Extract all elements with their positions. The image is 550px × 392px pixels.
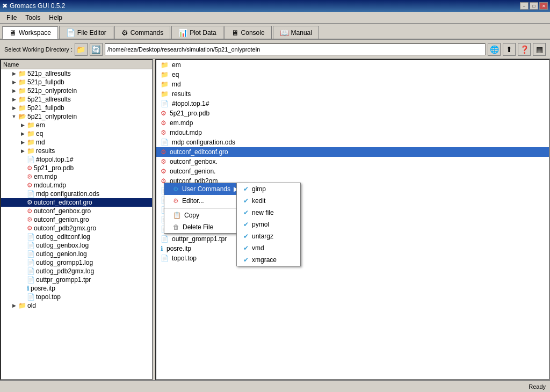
workspace-tab-icon: 🖥 — [9, 28, 17, 37]
file-label: outconf_genion. — [170, 168, 215, 175]
sub-item-new-file[interactable]: ✔ new file — [237, 207, 300, 219]
right-item-5p21-pro-pdb[interactable]: ⚙ 5p21_pro.pdb — [156, 108, 549, 118]
right-item-outconf-genion[interactable]: ⚙ outconf_genion. — [156, 166, 549, 176]
tree-label: 5p21_allresults — [27, 96, 71, 103]
gro-icon: ⚙ — [27, 207, 33, 215]
nav-back-button[interactable]: ❓ — [518, 43, 531, 56]
right-item-topol-1[interactable]: 📄 #topol.top.1# — [156, 99, 549, 108]
sub-label: kedit — [252, 197, 265, 205]
tab-plotdata[interactable]: 📊 Plot Data — [171, 26, 223, 39]
tree-item-mdout-mdp[interactable]: ⚙ mdout.mdp — [1, 181, 152, 190]
tree-item-outlog-genbox[interactable]: 📄 outlog_genbox.log — [1, 241, 152, 250]
minimize-button[interactable]: − — [520, 2, 529, 10]
tree-item-5p21-fullpdb[interactable]: ▶ 📁 5p21_fullpdb — [1, 104, 152, 112]
gro-icon: ⚙ — [27, 216, 33, 223]
tree-item-posre-itp[interactable]: ℹ posre.itp — [1, 284, 152, 293]
file-icon: 📄 — [27, 276, 35, 284]
tree-item-outconf-genion-gro[interactable]: ⚙ outconf_genion.gro — [1, 215, 152, 224]
sub-item-gimp[interactable]: ✔ gimp — [237, 183, 300, 195]
left-panel-header: Name — [1, 60, 152, 69]
folder-icon: 📁 — [27, 139, 35, 146]
gro-icon: ⚙ — [161, 129, 167, 136]
tree-item-521p-onlyprotein[interactable]: ▶ 📁 521p_onlyprotein — [1, 86, 152, 95]
sub-item-xmgrace[interactable]: ✔ xmgrace — [237, 254, 300, 266]
right-item-em-mdp[interactable]: ⚙ em.mdp — [156, 118, 549, 128]
right-item-outconf-genbox[interactable]: ⚙ outconf_genbox. — [156, 157, 549, 166]
gro-icon: ⚙ — [27, 224, 33, 232]
tree-item-outlog-grompp1[interactable]: 📄 outlog_grompp1.log — [1, 258, 152, 267]
ctx-user-commands[interactable]: ⚙ User Commands ▶ — [164, 183, 247, 195]
tree-item-results[interactable]: ▶ 📁 results — [1, 147, 152, 155]
tab-manual[interactable]: 📖 Manual — [273, 26, 319, 39]
tab-fileeditor[interactable]: 📄 File Editor — [59, 26, 113, 39]
file-icon: 📄 — [27, 267, 35, 275]
manual-tab-icon: 📖 — [280, 28, 289, 37]
tree-item-mdp-conf-ods[interactable]: 📄 mdp configuration.ods — [1, 190, 152, 198]
tree-item-5p21-pro-pdb[interactable]: ⚙ 5p21_pro.pdb — [1, 164, 152, 172]
right-item-mdout-mdp[interactable]: ⚙ mdout.mdp — [156, 128, 549, 137]
right-item-outtpr-grompp1[interactable]: 📄 outtpr_grompp1.tpr — [156, 234, 549, 244]
menu-file[interactable]: File — [2, 13, 21, 23]
tree-item-old[interactable]: ▶ 📁 old — [1, 301, 152, 310]
tree-item-topol-top-1[interactable]: 📄 #topol.top.1# — [1, 155, 152, 164]
right-item-outconf-editconf-gro[interactable]: ⚙ outconf_editconf.gro — [156, 147, 549, 157]
sub-item-pymol[interactable]: ✔ pymol — [237, 219, 300, 230]
tree-item-outconf-pdb2gmx-gro[interactable]: ⚙ outconf_pdb2gmx.gro — [1, 224, 152, 233]
tree-item-outlog-pdb2gmx[interactable]: 📄 outlog_pdb2gmx.log — [1, 267, 152, 275]
sub-item-vmd[interactable]: ✔ vmd — [237, 242, 300, 254]
ctx-editor[interactable]: ⚙ Editor... — [164, 195, 247, 207]
file-label: #topol.top.1# — [172, 100, 209, 107]
sub-label: xmgrace — [252, 256, 277, 264]
nav-settings-button[interactable]: ▦ — [533, 43, 546, 56]
ctx-delete-file[interactable]: 🗑 Delete File — [164, 221, 247, 233]
right-item-topol-top[interactable]: 📄 topol.top — [156, 253, 549, 263]
file-label: topol.top — [172, 255, 197, 262]
tree-item-em-mdp[interactable]: ⚙ em.mdp — [1, 172, 152, 181]
file-label: posre.itp — [167, 245, 191, 252]
tree-item-5p21-allresults[interactable]: ▶ 📁 5p21_allresults — [1, 95, 152, 104]
tree-item-outtpr-grompp1[interactable]: 📄 outtpr_grompp1.tpr — [1, 275, 152, 284]
tree-item-521p-fullpdb[interactable]: ▶ 📁 521p_fullpdb — [1, 78, 152, 86]
right-item-md[interactable]: 📁 md — [156, 79, 549, 89]
file-label: outtpr_grompp1.tpr — [172, 235, 227, 243]
tree-item-outlog-editconf[interactable]: 📄 outlog_editconf.log — [1, 233, 152, 241]
close-button[interactable]: ✕ — [539, 2, 548, 10]
gro-icon: ⚙ — [161, 158, 167, 165]
tree-item-outconf-genbox-gro[interactable]: ⚙ outconf_genbox.gro — [1, 207, 152, 215]
tree-item-em[interactable]: ▶ 📁 em — [1, 121, 152, 129]
folder-icon: 📁 — [27, 147, 35, 155]
browse-button[interactable]: 📁 — [75, 43, 88, 56]
file-label: results — [172, 90, 191, 98]
tab-workspace[interactable]: 🖥 Workspace — [2, 26, 58, 39]
tab-console[interactable]: 🖥 Console — [225, 26, 272, 39]
right-item-em[interactable]: 📁 em — [156, 60, 549, 70]
menu-tools[interactable]: Tools — [21, 13, 45, 23]
refresh-button[interactable]: 🔄 — [90, 43, 103, 56]
nav-up-button[interactable]: ⬆ — [503, 43, 516, 56]
right-item-mdp-conf-ods[interactable]: 📄 mdp configuration.ods — [156, 137, 549, 147]
right-item-posre-itp[interactable]: ℹ posre.itp — [156, 244, 549, 253]
tree-item-eq[interactable]: ▶ 📁 eq — [1, 129, 152, 138]
tree-item-521p-allresults[interactable]: ▶ 📁 521p_allresults — [1, 69, 152, 78]
sub-item-untargz[interactable]: ✔ untargz — [237, 230, 300, 242]
nav-home-button[interactable]: 🌐 — [488, 43, 501, 56]
tab-commands[interactable]: ⚙ Commands — [114, 26, 170, 39]
path-input[interactable] — [105, 43, 486, 55]
menu-help[interactable]: Help — [45, 13, 67, 23]
copy-icon: 📋 — [173, 212, 181, 219]
sub-item-kedit[interactable]: ✔ kedit — [237, 195, 300, 207]
ctx-copy[interactable]: 📋 Copy — [164, 209, 247, 221]
maximize-button[interactable]: □ — [530, 2, 538, 10]
context-menu: ⚙ User Commands ▶ ⚙ Editor... 📋 Copy 🗑 D… — [164, 183, 248, 234]
left-tree-panel: Name ▶ 📁 521p_allresults ▶ 📁 521p_fullpd… — [0, 59, 153, 380]
tree-item-5p21-onlyprotein[interactable]: ▼ 📂 5p21_onlyprotein — [1, 112, 152, 121]
tree-item-md[interactable]: ▶ 📁 md — [1, 138, 152, 147]
right-item-eq[interactable]: 📁 eq — [156, 70, 549, 79]
tree-label: 5p21_onlyprotein — [27, 113, 77, 120]
tree-item-topol-top[interactable]: 📄 topol.top — [1, 293, 152, 301]
tree-item-outlog-genion[interactable]: 📄 outlog_genion.log — [1, 250, 152, 258]
file-icon: 📄 — [161, 255, 169, 262]
file-icon: 📄 — [27, 259, 35, 266]
tree-item-outconf-editconf-gro[interactable]: ⚙ outconf_editconf.gro — [1, 198, 152, 207]
right-item-results[interactable]: 📁 results — [156, 89, 549, 99]
